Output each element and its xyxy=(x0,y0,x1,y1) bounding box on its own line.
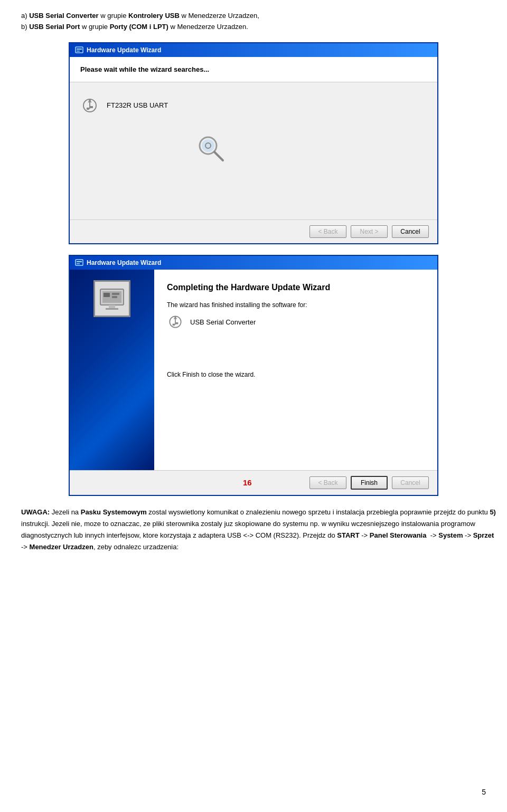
wizard-search-content: FT232R USB UART xyxy=(70,82,437,219)
wizard-complete-desc: The wizard has finished installing the s… xyxy=(167,301,427,309)
svg-rect-22 xyxy=(173,324,175,326)
wizard-window-search: Hardware Update Wizard Please wait while… xyxy=(69,42,438,244)
wizard-body-2: Completing the Hardware Update Wizard Th… xyxy=(70,270,437,470)
usb-device-icon xyxy=(80,98,99,113)
svg-rect-16 xyxy=(109,305,115,308)
intro-text: a) USB Serial Converter w grupie Kontrol… xyxy=(21,11,486,33)
wizard-title-label-2: Hardware Update Wizard xyxy=(87,259,161,266)
svg-rect-23 xyxy=(176,322,178,324)
svg-rect-5 xyxy=(90,106,93,108)
device-name-label: FT232R USB UART xyxy=(107,101,168,109)
wizard-left-panel xyxy=(70,270,154,470)
completed-device-name: USB Serial Converter xyxy=(190,318,256,326)
svg-rect-17 xyxy=(106,308,118,310)
svg-rect-1 xyxy=(77,49,82,50)
svg-point-8 xyxy=(202,139,214,152)
wizard-titlebar-1: Hardware Update Wizard xyxy=(70,43,437,57)
wizard-title-label-1: Hardware Update Wizard xyxy=(87,46,161,54)
next-button-1[interactable]: Next > xyxy=(351,225,388,238)
wizard-footer-1: < Back Next > Cancel xyxy=(70,219,437,243)
hardware-icon xyxy=(98,285,126,312)
wizard-search-title: Please wait while the wizard searches... xyxy=(80,65,427,73)
back-button-2[interactable]: < Back xyxy=(309,476,346,489)
wizard-complete-heading: Completing the Hardware Update Wizard xyxy=(167,282,427,293)
completed-usb-icon xyxy=(167,315,184,329)
wizard-complete-icon xyxy=(93,280,130,317)
footer-text: UWAGA: Jezeli na Pasku Systemowym zostal… xyxy=(21,507,496,553)
device-row: FT232R USB UART xyxy=(80,98,168,113)
page-number-badge: 16 xyxy=(243,478,252,487)
svg-rect-11 xyxy=(76,260,83,265)
svg-rect-19 xyxy=(112,293,119,295)
svg-line-9 xyxy=(214,152,223,160)
svg-point-6 xyxy=(89,99,91,101)
finish-note: Click Finish to close the wizard. xyxy=(167,371,427,378)
svg-rect-13 xyxy=(77,263,80,264)
finish-button[interactable]: Finish xyxy=(351,476,388,490)
svg-rect-0 xyxy=(76,47,83,53)
wizard-window-complete: Hardware Update Wizard Completing the Ha… xyxy=(69,255,438,496)
magnifier-icon xyxy=(196,134,226,163)
wizard-titlebar-2: Hardware Update Wizard xyxy=(70,256,437,270)
wizard-title-icon xyxy=(75,46,83,54)
wizard-footer-2: 16 < Back Finish Cancel xyxy=(70,470,437,495)
wizard-right-panel: Completing the Hardware Update Wizard Th… xyxy=(154,270,437,470)
svg-rect-18 xyxy=(104,293,110,297)
cancel-button-2[interactable]: Cancel xyxy=(392,476,429,489)
svg-rect-2 xyxy=(77,51,80,52)
wizard-search-header: Please wait while the wizard searches... xyxy=(70,57,437,82)
cancel-button-1[interactable]: Cancel xyxy=(392,225,429,238)
back-button-1[interactable]: < Back xyxy=(309,225,346,238)
svg-rect-4 xyxy=(87,108,89,110)
wizard-title-icon-2 xyxy=(75,259,83,267)
svg-point-24 xyxy=(174,317,176,319)
search-animation xyxy=(196,134,226,168)
svg-rect-12 xyxy=(77,261,82,262)
completed-device-row: USB Serial Converter xyxy=(167,315,427,329)
svg-rect-20 xyxy=(112,296,117,298)
document-page-number: 5 xyxy=(482,788,486,796)
